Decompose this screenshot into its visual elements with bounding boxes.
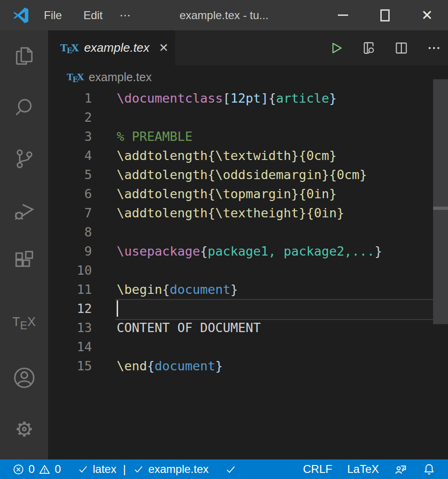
sidebar-item-settings[interactable] xyxy=(0,415,48,443)
line-number[interactable]: 2 xyxy=(48,108,92,127)
line-number[interactable]: 6 xyxy=(48,184,92,203)
code-token: [ xyxy=(223,91,231,105)
code-token: \addtolength{\textheight}{0in} xyxy=(117,206,344,220)
line-number[interactable]: 14 xyxy=(48,337,92,356)
line-content: \usepackage{package1, package2,...} xyxy=(117,242,382,261)
line-number[interactable]: 8 xyxy=(48,222,92,242)
window-controls: ✕ xyxy=(322,0,448,30)
check-icon xyxy=(133,463,145,475)
code-line[interactable]: 14 xyxy=(48,337,448,356)
line-number[interactable]: 9 xyxy=(48,242,92,261)
code-token: } xyxy=(329,91,336,105)
sidebar-item-source-control[interactable] xyxy=(0,145,48,173)
tex-workshop-icon: TEX xyxy=(13,315,36,329)
code-line[interactable]: 12 xyxy=(48,299,448,318)
code-line[interactable]: 1\documentclass[12pt]{article} xyxy=(48,89,448,108)
line-number[interactable]: 7 xyxy=(48,203,92,222)
line-number[interactable]: 15 xyxy=(48,356,92,375)
code-line[interactable]: 7\addtolength{\textheight}{0in} xyxy=(48,203,448,222)
scrollbar-mark xyxy=(433,207,448,210)
notifications-button[interactable] xyxy=(422,463,436,476)
compile-status[interactable] xyxy=(224,463,237,476)
feedback-button[interactable] xyxy=(394,463,407,476)
tab-label: example.tex xyxy=(84,41,149,55)
sidebar-item-latex-workshop[interactable]: TEX xyxy=(0,308,48,336)
line-number[interactable]: 11 xyxy=(48,280,92,299)
code-line[interactable]: 6\addtolength{\topmargin}{0in} xyxy=(48,184,448,203)
code-token: document xyxy=(154,359,215,373)
error-icon xyxy=(12,463,25,476)
menu-edit[interactable]: Edit xyxy=(77,9,109,22)
code-token: article xyxy=(276,91,329,105)
scrollbar-slider[interactable] xyxy=(433,79,448,324)
status-bar: 0 0 latex | example.tex CRLF LaTeX xyxy=(0,459,448,479)
language-mode[interactable]: LaTeX xyxy=(347,463,379,476)
sidebar-item-search[interactable] xyxy=(0,93,48,121)
git-branch-icon xyxy=(12,146,36,171)
line-number[interactable]: 13 xyxy=(48,318,92,337)
code-line[interactable]: 3% PREAMBLE xyxy=(48,127,448,146)
latex-build-status[interactable]: latex | example.tex xyxy=(77,463,209,476)
code-line[interactable]: 15\end{document} xyxy=(48,356,448,375)
code-line[interactable]: 4\addtolength{\textwidth}{0cm} xyxy=(48,146,448,165)
view-pdf-button[interactable] xyxy=(361,41,376,56)
problems-status[interactable]: 0 0 xyxy=(12,463,61,476)
code-token: CONTENT OF DOCUMENT xyxy=(117,320,261,335)
minimize-button[interactable] xyxy=(322,0,364,30)
close-button[interactable]: ✕ xyxy=(406,0,448,30)
menu-file[interactable]: File xyxy=(37,9,69,22)
line-number[interactable]: 12 xyxy=(48,299,92,318)
code-token: \addtolength{\textwidth}{0cm} xyxy=(117,148,336,163)
warning-icon xyxy=(38,463,51,476)
eol-indicator[interactable]: CRLF xyxy=(303,463,332,476)
tab-close-icon[interactable]: ✕ xyxy=(159,41,168,55)
code-token: { xyxy=(200,244,208,258)
breadcrumb-item-file[interactable]: example.tex xyxy=(89,70,152,84)
line-content: \addtolength{\topmargin}{0in} xyxy=(117,184,336,203)
menu-overflow[interactable]: ⋯ xyxy=(113,9,138,22)
code-line[interactable]: 2 xyxy=(48,108,448,127)
line-content: % PREAMBLE xyxy=(117,127,193,146)
activity-bar: TEX xyxy=(0,30,48,459)
code-editor[interactable]: 1\documentclass[12pt]{article}23% PREAMB… xyxy=(48,89,448,459)
account-icon xyxy=(12,365,37,390)
line-number[interactable]: 10 xyxy=(48,261,92,280)
sidebar-item-extensions[interactable] xyxy=(0,247,48,275)
check-icon xyxy=(77,463,89,475)
code-line[interactable]: 5\addtolength{\oddsidemargin}{0cm} xyxy=(48,165,448,184)
ellipsis-icon xyxy=(427,41,441,56)
code-token: document xyxy=(170,282,231,297)
error-count: 0 xyxy=(28,463,35,476)
code-token: ]{ xyxy=(261,91,276,105)
run-debug-icon xyxy=(12,197,37,222)
code-line[interactable]: 11\begin{document} xyxy=(48,280,448,299)
split-editor-button[interactable] xyxy=(394,41,409,56)
code-line[interactable]: 9\usepackage{package1, package2,...} xyxy=(48,242,448,261)
code-line[interactable]: 8 xyxy=(48,222,448,242)
code-line[interactable]: 13CONTENT OF DOCUMENT xyxy=(48,318,448,337)
sidebar-item-explorer[interactable] xyxy=(0,42,48,70)
tex-file-icon: TEX xyxy=(60,42,78,54)
code-token: \documentclass xyxy=(117,91,223,105)
editor-group: TEX example.tex ✕ xyxy=(48,30,448,459)
maximize-button[interactable] xyxy=(364,0,406,30)
code-token: % PREAMBLE xyxy=(117,129,193,144)
play-icon xyxy=(329,41,343,55)
vscode-window: File Edit ⋯ example.tex - tu... ✕ xyxy=(0,0,448,479)
build-latex-button[interactable] xyxy=(329,41,343,55)
line-number[interactable]: 3 xyxy=(48,127,92,146)
line-number[interactable]: 1 xyxy=(48,89,92,108)
code-token: } xyxy=(231,282,238,297)
code-token: \end xyxy=(117,359,147,373)
more-actions-button[interactable] xyxy=(427,41,441,56)
line-number[interactable]: 5 xyxy=(48,165,92,184)
code-line[interactable]: 10 xyxy=(48,261,448,280)
breadcrumb[interactable]: TEX example.tex xyxy=(48,65,448,89)
search-icon xyxy=(12,95,36,119)
sidebar-item-accounts[interactable] xyxy=(0,364,48,392)
tab-example-tex[interactable]: TEX example.tex ✕ xyxy=(48,30,175,65)
line-content: \begin{document} xyxy=(117,280,238,299)
line-number[interactable]: 4 xyxy=(48,146,92,165)
line-content: CONTENT OF DOCUMENT xyxy=(117,318,261,337)
sidebar-item-run-debug[interactable] xyxy=(0,196,48,224)
